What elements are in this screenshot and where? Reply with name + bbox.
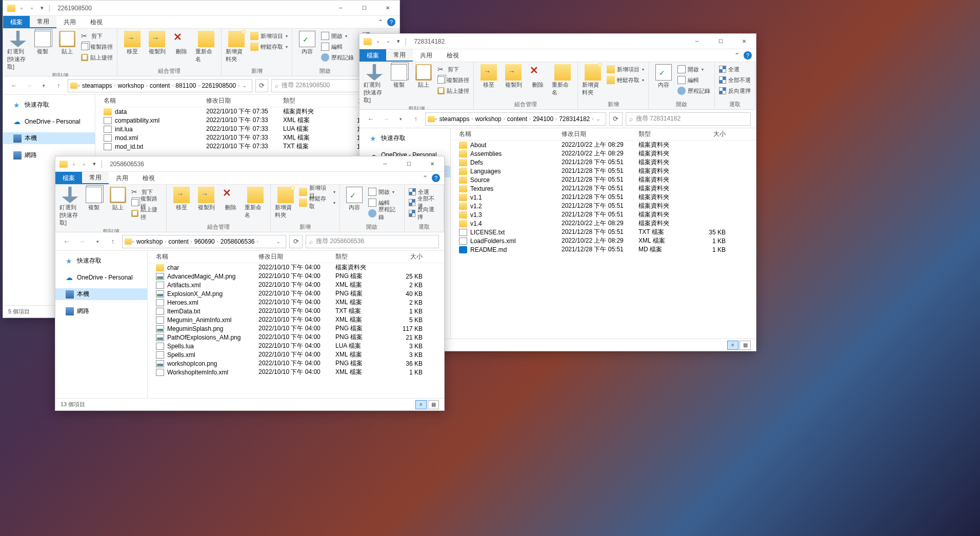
file-row[interactable]: About 2022/10/22 上午 08:29 檔案資料夾 [451, 141, 756, 149]
forward-button[interactable]: → [23, 80, 35, 92]
select-none-button[interactable]: 全部不選 [719, 75, 751, 85]
collapse-ribbon-button[interactable]: ⌃ [378, 18, 383, 26]
invert-selection-button[interactable]: 反向選擇 [719, 86, 751, 96]
col-date-header[interactable]: 修改日期 [206, 96, 283, 105]
file-row[interactable]: compatibility.xml 2022/10/10 下午 07:33 XM… [95, 116, 399, 125]
col-type-header[interactable]: 類型 [335, 252, 382, 261]
help-button[interactable]: ? [387, 18, 395, 26]
tab-file[interactable]: 檔案 [359, 49, 386, 62]
paste-button[interactable]: 貼上 [56, 31, 78, 55]
qat-item[interactable]: ▫ [28, 4, 36, 12]
breadcrumb-segment[interactable]: steamapps [80, 81, 114, 90]
close-button[interactable]: ✕ [421, 156, 444, 172]
qat-item[interactable]: ▫ [70, 160, 78, 168]
invert-selection-button[interactable]: 反向選擇 [409, 208, 439, 219]
tab-view[interactable]: 檢視 [135, 172, 162, 184]
open-button[interactable]: 開啟▾ [677, 64, 710, 74]
file-row[interactable]: data 2022/10/10 下午 07:35 檔案資料夾 [95, 107, 399, 116]
pin-to-quick-button[interactable]: 釘選到 [快速存取] [7, 31, 29, 71]
help-button[interactable]: ? [744, 51, 752, 59]
qat-item[interactable]: ▫ [17, 4, 26, 12]
tab-share[interactable]: 共用 [109, 172, 135, 184]
paste-shortcut-button[interactable]: 貼上捷徑 [81, 52, 113, 63]
nav-onedrive[interactable]: ☁OneDrive - Personal [55, 272, 147, 283]
easy-access-button[interactable]: 輕鬆存取▾ [299, 197, 335, 208]
up-button[interactable]: ↑ [107, 235, 119, 248]
rename-button[interactable]: 重新命名 [245, 187, 266, 219]
back-button[interactable]: ← [8, 80, 20, 92]
col-date-header[interactable]: 修改日期 [258, 252, 335, 261]
title-bar[interactable]: ▫ ▫ ▾ | 2261908500 ─ ☐ ✕ [3, 1, 399, 16]
nav-this-pc[interactable]: 本機 [55, 288, 147, 300]
tab-home[interactable]: 常用 [386, 49, 413, 62]
thumbnails-view-button[interactable]: ▦ [428, 400, 439, 409]
copy-path-button[interactable]: 複製路徑 [437, 75, 469, 85]
new-item-button[interactable]: 新增項目▾ [250, 31, 288, 41]
refresh-button[interactable]: ⟳ [255, 79, 268, 92]
search-input[interactable]: ⌕搜尋 728314182 [626, 112, 751, 126]
rename-button[interactable]: 重新命名 [552, 64, 573, 96]
file-row[interactable]: init.lua 2022/10/10 下午 07:33 LUA 檔案 1 KB [95, 125, 399, 133]
col-name-header[interactable]: 名稱 [459, 130, 562, 138]
file-list[interactable]: char 2022/10/10 下午 04:00 檔案資料夾 AdvancedM… [148, 263, 444, 398]
file-row[interactable]: ExplosionX_AM.png 2022/10/10 下午 04:00 PN… [148, 289, 444, 298]
col-size-header[interactable]: 大小 [382, 252, 423, 261]
file-row[interactable]: WorkshopItemInfo.xml 2022/10/10 下午 04:00… [148, 368, 444, 376]
back-button[interactable]: ← [365, 113, 376, 125]
nav-quick-access[interactable]: ★快速存取 [359, 132, 450, 144]
recent-dropdown[interactable]: ▾ [395, 113, 407, 125]
file-row[interactable]: Megumin_AnimInfo.xml 2022/10/10 下午 04:00… [148, 315, 444, 324]
qat-item[interactable]: ▫ [384, 37, 392, 46]
copy-button[interactable]: 複製 [84, 187, 105, 211]
col-name-header[interactable]: 名稱 [156, 252, 258, 261]
col-date-header[interactable]: 修改日期 [562, 130, 638, 138]
minimize-button[interactable]: ─ [329, 1, 352, 16]
file-row[interactable]: v1.2 2021/12/28 下午 05:51 檔案資料夾 [451, 202, 756, 210]
back-button[interactable]: ← [61, 235, 73, 248]
file-row[interactable]: MeguminSplash.png 2022/10/10 下午 04:00 PN… [148, 324, 444, 333]
file-row[interactable]: LoadFolders.xml 2022/10/22 上午 08:29 XML … [451, 236, 756, 245]
breadcrumb-segment[interactable]: content [505, 114, 529, 124]
file-row[interactable]: v1.4 2022/10/22 上午 08:29 檔案資料夾 [451, 219, 756, 228]
file-row[interactable]: char 2022/10/10 下午 04:00 檔案資料夾 [148, 263, 444, 272]
rename-button[interactable]: 重新命名 [195, 31, 217, 63]
file-row[interactable]: Source 2021/12/28 下午 05:51 檔案資料夾 [451, 175, 756, 184]
collapse-ribbon-button[interactable]: ⌃ [423, 174, 428, 182]
address-dropdown[interactable]: ⌄ [593, 116, 604, 122]
breadcrumb-segment[interactable]: workshop [116, 81, 146, 90]
thumbnails-view-button[interactable]: ▦ [739, 341, 751, 350]
file-row[interactable]: Defs 2021/12/28 下午 05:51 檔案資料夾 [451, 158, 756, 167]
minimize-button[interactable]: ─ [685, 34, 709, 49]
nav-quick-access[interactable]: ★快速存取 [55, 255, 147, 267]
file-row[interactable]: README.md 2021/12/28 下午 05:51 MD 檔案 1 KB [451, 245, 756, 254]
file-row[interactable]: Artifacts.xml 2022/10/10 下午 04:00 XML 檔案… [148, 281, 444, 289]
title-bar[interactable]: ▫ ▫ ▾ | 728314182 ─ ☐ ✕ [359, 34, 756, 49]
chevron-right-icon[interactable]: › [257, 239, 258, 244]
properties-button[interactable]: 內容 [653, 64, 674, 89]
address-bar[interactable]: « steamapps›workshop›content›294100›7283… [425, 112, 607, 126]
close-button[interactable]: ✕ [376, 1, 399, 16]
search-input[interactable]: ⌕搜尋 2058606536 [306, 235, 439, 248]
move-to-button[interactable]: 移至 [122, 31, 143, 55]
breadcrumb-segment[interactable]: workshop [473, 114, 503, 124]
file-row[interactable]: Spells.lua 2022/10/10 下午 04:00 LUA 檔案 3 … [148, 342, 444, 350]
breadcrumb-segment[interactable]: workshop [134, 237, 165, 246]
breadcrumb-segment[interactable]: 294100 [531, 114, 555, 124]
file-row[interactable]: Languages 2021/12/28 下午 05:51 檔案資料夾 [451, 167, 756, 175]
recent-dropdown[interactable]: ▾ [91, 235, 104, 248]
history-button[interactable]: 歷程記錄 [368, 208, 400, 219]
details-view-button[interactable]: ≡ [727, 341, 738, 350]
file-row[interactable]: Heroes.xml 2022/10/10 下午 04:00 XML 檔案 2 … [148, 298, 444, 307]
col-type-header[interactable]: 類型 [638, 130, 685, 138]
file-row[interactable]: mod.xml 2022/10/10 下午 07:33 XML 檔案 1 KB [95, 133, 399, 142]
copy-button[interactable]: 複製 [32, 31, 53, 55]
select-all-button[interactable]: 全選 [719, 64, 751, 74]
qat-item[interactable]: ▫ [374, 37, 382, 46]
nav-this-pc[interactable]: 本機 [3, 132, 95, 144]
nav-onedrive[interactable]: ☁OneDrive - Personal [3, 116, 95, 127]
new-folder-button[interactable]: 新增資料夾 [582, 64, 604, 96]
tab-view[interactable]: 檢視 [83, 16, 110, 28]
address-dropdown[interactable]: ⌄ [273, 239, 284, 244]
nav-network[interactable]: 網路 [55, 305, 147, 317]
tab-file[interactable]: 檔案 [3, 16, 30, 28]
